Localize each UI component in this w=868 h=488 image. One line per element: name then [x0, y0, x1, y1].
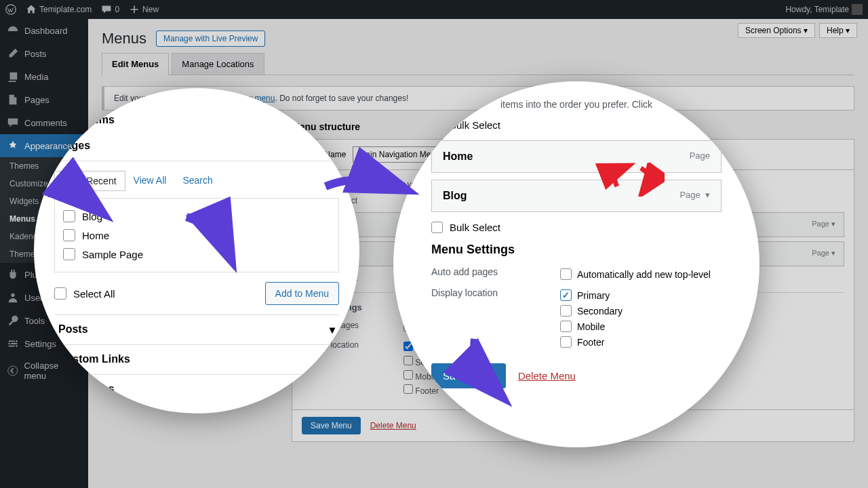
svg-point-2	[16, 340, 18, 342]
mag2-item-home[interactable]: HomePage	[431, 140, 722, 173]
mag1-pages-head[interactable]: Pages▴	[54, 131, 339, 161]
mag1-home[interactable]: Home	[63, 226, 330, 245]
sidebar-dashboard[interactable]: Dashboard	[0, 19, 88, 42]
mag1-most-recent[interactable]: Most Recent	[54, 171, 125, 191]
mag2-mobile[interactable]: Mobile	[560, 319, 623, 334]
svg-point-1	[11, 293, 14, 297]
mag2-item-blog[interactable]: BlogPage ▾	[431, 180, 722, 212]
sidebar-pages[interactable]: Pages	[0, 88, 88, 111]
sidebar-comments[interactable]: Comments	[0, 111, 88, 134]
sidebar-media[interactable]: Media	[0, 65, 88, 88]
save-menu-btn[interactable]: Save Menu	[302, 417, 361, 434]
sidebar-collapse[interactable]: Collapse menu	[0, 355, 88, 386]
mag2-settings-title: Menu Settings	[431, 243, 722, 257]
live-preview-btn[interactable]: Manage with Live Preview	[156, 30, 265, 47]
page-title: Menus	[102, 30, 146, 47]
mag2-footer[interactable]: Footer	[560, 334, 623, 350]
mag2-secondary[interactable]: Secondary	[560, 303, 623, 319]
menu-tabs: Edit Menus Manage Locations	[102, 53, 854, 75]
screen-options-btn[interactable]: Screen Options ▾	[738, 23, 815, 38]
mag1-search[interactable]: Search	[174, 171, 220, 191]
mag2-save-menu[interactable]: Save Menu	[431, 363, 506, 388]
mag2-bulk-top[interactable]: Bulk Select	[431, 119, 722, 131]
mag2-display-label: Display location	[431, 287, 560, 298]
comments-count[interactable]: 0	[101, 4, 119, 15]
mag2-bulk-bottom[interactable]: Bulk Select	[431, 222, 722, 233]
magnifier-right: items into the order you prefer. Click B…	[393, 81, 760, 447]
wp-logo-icon[interactable]	[5, 4, 16, 15]
howdy-user[interactable]: Howdy, Temiplate	[785, 4, 863, 15]
new-content[interactable]: New	[129, 4, 159, 15]
magnifier-left: menu items Pages▴ Most Recent View All S…	[34, 88, 359, 413]
tab-manage-locations[interactable]: Manage Locations	[172, 53, 264, 75]
help-btn[interactable]: Help ▾	[819, 23, 857, 38]
svg-point-5	[8, 366, 18, 375]
delete-menu-link[interactable]: Delete Menu	[370, 421, 416, 430]
mag2-auto-add-label: Auto add pages	[431, 266, 560, 277]
tab-edit-menus[interactable]: Edit Menus	[102, 53, 169, 75]
mag1-add-to-menu[interactable]: Add to Menu	[265, 282, 339, 305]
mag2-auto-add-cb[interactable]: Automatically add new top-level	[560, 266, 711, 282]
reorder-arrows-icon	[590, 163, 665, 199]
svg-point-3	[8, 343, 10, 345]
avatar	[852, 4, 863, 15]
site-link[interactable]: Temiplate.com	[26, 4, 92, 15]
mag2-primary[interactable]: Primary	[560, 287, 623, 303]
mag1-view-all[interactable]: View All	[125, 171, 175, 191]
admin-bar: Temiplate.com 0 New Howdy, Temiplate	[0, 0, 868, 19]
sidebar-posts[interactable]: Posts	[0, 42, 88, 65]
mag1-custom-links[interactable]: Custom Links▾	[54, 344, 339, 374]
mag1-sample[interactable]: Sample Page	[63, 245, 330, 264]
svg-point-0	[6, 5, 16, 14]
mag2-delete-menu[interactable]: Delete Menu	[518, 370, 576, 382]
svg-point-4	[16, 345, 18, 347]
mag1-select-all[interactable]: Select All	[54, 284, 115, 303]
mag1-posts[interactable]: Posts▾	[54, 314, 339, 344]
mag1-blog[interactable]: Blog	[63, 207, 330, 226]
